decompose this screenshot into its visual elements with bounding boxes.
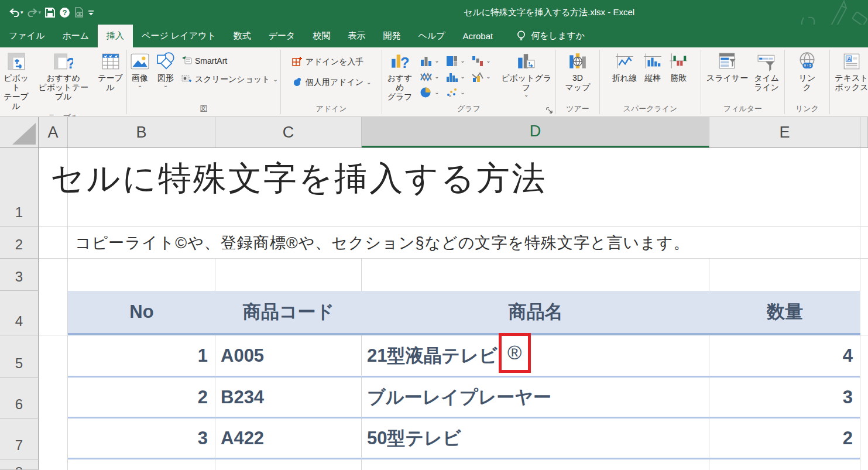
cell-a2[interactable] xyxy=(39,227,68,259)
cell-no-1[interactable]: 1 xyxy=(68,335,215,378)
cell-qty-3[interactable]: 2 xyxy=(709,418,860,459)
tab-page-layout[interactable]: ページ レイアウト xyxy=(133,25,225,47)
smartart-button[interactable]: SmartArt xyxy=(179,54,229,67)
insert-hierarchy-chart-button[interactable]: ⌄ xyxy=(444,53,470,68)
tell-me-box[interactable]: 何をしますか xyxy=(517,25,585,47)
cell-code-2[interactable]: B234 xyxy=(215,378,362,418)
cell-b8[interactable] xyxy=(68,459,215,470)
row-header-2[interactable]: 2 xyxy=(0,227,39,259)
recommended-charts-button[interactable]: ? おすすめ グラフ xyxy=(382,50,417,102)
pictures-button[interactable]: 画像 ⌄ xyxy=(128,50,152,90)
pivotchart-button[interactable]: ピボットグラフ ⌄ xyxy=(497,50,555,99)
cell-a7[interactable] xyxy=(39,418,68,459)
cell-f3[interactable] xyxy=(860,259,868,291)
tab-home[interactable]: ホーム xyxy=(53,25,98,47)
column-header-c[interactable]: C xyxy=(215,117,362,147)
cell-f7[interactable] xyxy=(860,418,868,459)
cell-qty-2[interactable]: 3 xyxy=(709,378,860,418)
select-all-button[interactable] xyxy=(0,117,39,147)
customize-qat-button[interactable] xyxy=(88,9,94,16)
tab-file[interactable]: ファイル xyxy=(0,25,53,47)
cell-e8[interactable] xyxy=(709,459,860,470)
cell-c8[interactable] xyxy=(215,459,362,470)
table-header-no[interactable]: No xyxy=(68,291,215,335)
recommended-pivottables-button[interactable]: ? おすすめ ピボットテーブル xyxy=(33,50,93,102)
cell-no-2[interactable]: 2 xyxy=(68,378,215,418)
insert-combo-chart-button[interactable]: ⌄ xyxy=(470,68,496,84)
table-header-qty[interactable]: 数量 xyxy=(709,291,860,335)
tab-review[interactable]: 校閲 xyxy=(304,25,339,47)
cell-e1[interactable] xyxy=(709,148,860,227)
charts-dialog-launcher-icon[interactable] xyxy=(546,107,553,114)
tab-formulas[interactable]: 数式 xyxy=(225,25,260,47)
link-button[interactable]: リン ク xyxy=(795,50,819,93)
redo-button[interactable]: ▾ xyxy=(28,8,42,17)
tab-insert[interactable]: 挿入 xyxy=(98,25,133,47)
document-link-button[interactable] xyxy=(74,7,84,18)
insert-waterfall-chart-button[interactable]: ⌄ xyxy=(470,53,496,68)
cell-a4[interactable] xyxy=(39,291,68,335)
row-header-4[interactable]: 4 xyxy=(0,291,39,335)
cell-a8[interactable] xyxy=(39,459,68,470)
row-header-1[interactable]: 1 xyxy=(0,148,39,227)
cell-d3[interactable] xyxy=(362,259,709,291)
cell-name-1[interactable]: 21型液晶テレビ ® xyxy=(362,335,709,378)
redo-dropdown-icon[interactable]: ▾ xyxy=(39,10,42,15)
cell-code-3[interactable]: A422 xyxy=(215,418,362,459)
text-box-button[interactable]: A テキスト ボックス xyxy=(832,50,868,93)
sparkline-winloss-button[interactable]: 勝敗 xyxy=(666,50,691,84)
column-header-b[interactable]: B xyxy=(68,117,215,147)
column-header-e[interactable]: E xyxy=(709,117,860,147)
cell-a5[interactable] xyxy=(39,335,68,378)
tab-help[interactable]: ヘルプ xyxy=(409,25,454,47)
cell-f5[interactable] xyxy=(860,335,868,378)
shapes-button[interactable]: 図形 ⌄ xyxy=(153,50,178,90)
table-button[interactable]: テーブル xyxy=(94,50,126,93)
cell-f6[interactable] xyxy=(860,378,868,418)
row-header-6[interactable]: 6 xyxy=(0,378,39,418)
timeline-button[interactable]: タイム ライン xyxy=(752,50,781,93)
cell-a6[interactable] xyxy=(39,378,68,418)
get-addins-button[interactable]: アドインを入手 xyxy=(290,55,366,68)
undo-dropdown-icon[interactable]: ▾ xyxy=(20,10,23,15)
sparkline-line-button[interactable]: 折れ線 xyxy=(610,50,639,84)
cell-name-2[interactable]: ブルーレイプレーヤー xyxy=(362,378,709,418)
row-header-3[interactable]: 3 xyxy=(0,259,39,291)
pivottable-button[interactable]: ピボット テーブル xyxy=(0,50,32,112)
cell-b3[interactable] xyxy=(68,259,215,291)
cell-code-1[interactable]: A005 xyxy=(215,335,362,378)
table-header-code[interactable]: 商品コード xyxy=(215,291,362,335)
column-header-a[interactable]: A xyxy=(39,117,68,147)
tab-acrobat[interactable]: Acrobat xyxy=(454,25,502,47)
slicer-button[interactable]: スライサー xyxy=(704,50,750,84)
save-button[interactable] xyxy=(45,8,55,18)
cell-no-3[interactable]: 3 xyxy=(68,418,215,459)
insert-line-chart-button[interactable]: ⌄ xyxy=(418,68,444,84)
help-button[interactable]: ? xyxy=(59,7,70,18)
tab-developer[interactable]: 開発 xyxy=(374,25,409,47)
row-header-8-partial[interactable]: 8 xyxy=(0,459,39,470)
my-addins-button[interactable]: 個人用アドイン ⌄ xyxy=(290,76,373,89)
cell-a3[interactable] xyxy=(39,259,68,291)
cell-qty-1[interactable]: 4 xyxy=(709,335,860,378)
cell-c3[interactable] xyxy=(215,259,362,291)
table-header-name[interactable]: 商品名 xyxy=(362,291,709,335)
cell-f1[interactable] xyxy=(860,148,868,227)
screenshot-button[interactable]: スクリーンショット ⌄ xyxy=(179,73,280,86)
cell-f4[interactable] xyxy=(860,291,868,335)
tab-data[interactable]: データ xyxy=(260,25,304,47)
3d-map-button[interactable]: 3D マップ xyxy=(563,50,593,93)
column-header-d-selected[interactable]: D xyxy=(362,117,709,147)
cell-name-3[interactable]: 50型テレビ xyxy=(362,418,709,459)
row-header-5[interactable]: 5 xyxy=(0,335,39,378)
cell-f2[interactable] xyxy=(860,227,868,259)
insert-column-chart-button[interactable]: ⌄ xyxy=(418,53,444,68)
tab-view[interactable]: 表示 xyxy=(339,25,374,47)
cell-f8[interactable] xyxy=(860,459,868,470)
column-header-f-partial[interactable] xyxy=(860,117,868,147)
sparkline-column-button[interactable]: 縦棒 xyxy=(640,50,665,84)
cell-d8[interactable] xyxy=(362,459,709,470)
insert-scatter-chart-button[interactable]: ⌄ xyxy=(444,84,470,100)
cell-e2[interactable] xyxy=(709,227,860,259)
insert-pie-chart-button[interactable]: ⌄ xyxy=(418,84,444,100)
